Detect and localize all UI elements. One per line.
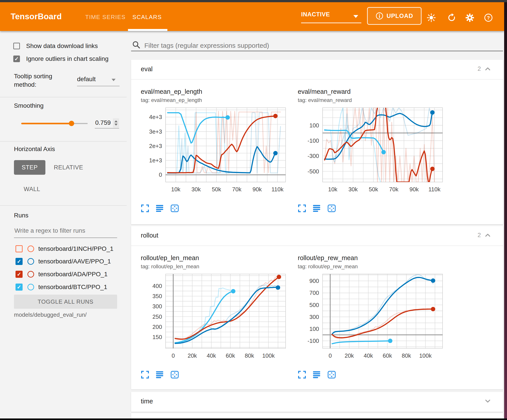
run-color-circle[interactable] xyxy=(28,284,34,290)
fit-domain-icon[interactable] xyxy=(170,204,179,213)
toggle-all-runs-button[interactable]: TOGGLE ALL RUNS xyxy=(14,295,117,309)
run-checkbox[interactable] xyxy=(15,245,23,252)
chart-plot[interactable]: 020k40k60k80k100k150200250300350400 xyxy=(141,272,287,367)
svg-text:700: 700 xyxy=(310,289,319,296)
tab-time-series[interactable]: TIME SERIES xyxy=(85,14,126,21)
svg-text:500: 500 xyxy=(310,302,319,308)
run-row[interactable]: ✓tensorboard/ADA/PPO_1 xyxy=(15,270,108,278)
chart-actions xyxy=(141,204,287,213)
chart-actions xyxy=(298,204,444,213)
divider xyxy=(0,141,127,142)
slider-handle[interactable] xyxy=(69,121,74,126)
help-icon[interactable]: ? xyxy=(484,13,493,22)
svg-text:20k: 20k xyxy=(345,352,354,359)
data-table-icon[interactable] xyxy=(155,204,164,213)
stepper-up-icon[interactable] xyxy=(114,120,118,122)
svg-text:4e+3: 4e+3 xyxy=(149,114,162,120)
upload-button-label: UPLOAD xyxy=(387,13,413,20)
chevron-up-icon[interactable] xyxy=(484,66,491,72)
chart-tag: tag: rollout/ep_rew_mean xyxy=(298,263,444,270)
svg-text:20k: 20k xyxy=(188,352,197,359)
data-table-icon[interactable] xyxy=(312,371,321,379)
ignore-outliers-row[interactable]: ✓ Ignore outliers in chart scaling xyxy=(13,55,108,62)
run-color-circle[interactable] xyxy=(28,258,34,265)
run-checkbox[interactable]: ✓ xyxy=(15,271,23,278)
chart-plot[interactable]: 020k40k60k80k100k-100100300500700900 xyxy=(298,272,444,367)
chart-tag: tag: eval/mean_ep_length xyxy=(141,97,287,103)
window-bottom-bar xyxy=(0,419,507,420)
svg-text:300: 300 xyxy=(153,303,162,310)
run-checkbox[interactable]: ✓ xyxy=(15,283,23,291)
refresh-icon[interactable] xyxy=(447,13,456,22)
axis-option-step[interactable]: STEP xyxy=(14,160,45,175)
expand-chart-icon[interactable] xyxy=(141,204,149,213)
slider-fill xyxy=(21,123,71,124)
info-icon xyxy=(375,12,383,20)
brightness-icon[interactable] xyxy=(427,13,436,22)
chart-plot[interactable]: 10k30k50k70k90k110k01e+32e+33e+34e+3 xyxy=(141,105,287,201)
section-count: 2 xyxy=(478,65,481,72)
run-row[interactable]: ✓tensorboard/BTC/PPO_1 xyxy=(15,283,107,291)
desktop-edge xyxy=(504,0,507,420)
number-stepper[interactable] xyxy=(113,118,119,128)
svg-text:80k: 80k xyxy=(402,352,411,359)
section-header-time[interactable]: time xyxy=(131,392,503,411)
chevron-down-icon[interactable] xyxy=(484,398,491,404)
fit-domain-icon[interactable] xyxy=(327,204,336,213)
data-table-icon[interactable] xyxy=(155,371,164,379)
divider xyxy=(0,205,127,206)
svg-text:70k: 70k xyxy=(389,186,399,193)
tooltip-sorting-select[interactable]: default xyxy=(77,76,120,86)
smoothing-label: Smoothing xyxy=(14,102,44,109)
run-color-circle[interactable] xyxy=(28,246,34,252)
run-label: tensorboard/1INCH/PPO_1 xyxy=(38,245,113,252)
window-top-bar xyxy=(0,0,507,2)
stepper-down-icon[interactable] xyxy=(114,124,118,126)
filter-tags-input[interactable] xyxy=(144,41,488,50)
axis-option-wall[interactable]: WALL xyxy=(24,186,40,193)
section-count: 2 xyxy=(478,232,481,239)
svg-text:10k: 10k xyxy=(171,186,181,193)
chart-plot[interactable]: 10k30k50k70k90k110k100-100-300-500 xyxy=(298,105,444,201)
expand-chart-icon[interactable] xyxy=(298,371,306,379)
data-table-icon[interactable] xyxy=(312,204,321,213)
svg-text:40k: 40k xyxy=(207,352,216,359)
chart-title: eval/mean_ep_length xyxy=(141,88,287,95)
svg-text:10k: 10k xyxy=(328,186,338,193)
fit-domain-icon[interactable] xyxy=(170,371,179,379)
svg-text:100: 100 xyxy=(310,122,319,129)
app-title: TensorBoard xyxy=(11,12,62,21)
run-color-circle[interactable] xyxy=(28,271,34,278)
tab-scalars[interactable]: SCALARS xyxy=(132,14,162,21)
svg-text:-300: -300 xyxy=(308,153,319,159)
section-header-rollout[interactable]: rollout 2 xyxy=(131,226,503,246)
svg-text:200: 200 xyxy=(153,324,162,330)
checkmark-icon: ✓ xyxy=(14,56,19,62)
upload-button[interactable]: UPLOAD xyxy=(367,7,422,25)
show-download-links-row[interactable]: Show data download links xyxy=(13,42,98,49)
expand-chart-icon[interactable] xyxy=(298,204,306,213)
section-header-eval[interactable]: eval 2 xyxy=(131,60,503,80)
axis-option-relative[interactable]: RELATIVE xyxy=(54,164,83,171)
svg-text:60k: 60k xyxy=(226,352,235,359)
run-row[interactable]: tensorboard/1INCH/PPO_1 xyxy=(15,245,113,253)
upload-status-dropdown[interactable]: INACTIVE xyxy=(301,11,361,23)
svg-text:100: 100 xyxy=(310,326,319,332)
runs-filter-input[interactable] xyxy=(14,226,117,236)
divider xyxy=(0,97,127,97)
smoothing-value-field[interactable]: 0.759 xyxy=(95,118,119,128)
run-row[interactable]: ✓tensorboard/AAVE/PPO_1 xyxy=(15,257,111,266)
section-card-time: time xyxy=(131,392,503,412)
settings-gear-icon[interactable] xyxy=(465,13,474,22)
smoothing-slider[interactable] xyxy=(21,120,88,126)
expand-chart-icon[interactable] xyxy=(141,371,149,379)
svg-text:300: 300 xyxy=(310,314,319,320)
run-checkbox[interactable]: ✓ xyxy=(15,258,23,265)
checkmark-icon: ✓ xyxy=(17,272,21,277)
show-download-links-checkbox[interactable] xyxy=(13,43,20,49)
chevron-up-icon[interactable] xyxy=(484,232,491,239)
dropdown-underline xyxy=(301,23,361,23)
svg-text:70k: 70k xyxy=(232,186,242,193)
ignore-outliers-checkbox[interactable]: ✓ xyxy=(13,55,20,62)
fit-domain-icon[interactable] xyxy=(327,371,336,379)
